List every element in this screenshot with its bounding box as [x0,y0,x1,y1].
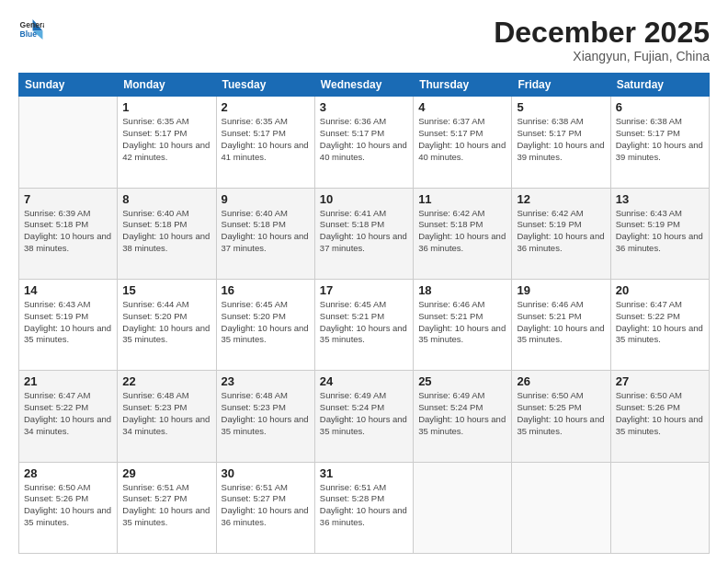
location-subtitle: Xiangyun, Fujian, China [494,49,710,63]
day-number: 25 [418,374,506,388]
day-number: 16 [222,283,310,297]
day-number: 23 [222,374,310,388]
cell-info: Sunrise: 6:46 AM Sunset: 5:21 PM Dayligh… [517,299,605,346]
day-number: 30 [222,466,310,480]
cell-info: Sunrise: 6:48 AM Sunset: 5:23 PM Dayligh… [122,390,210,437]
week-row-0: 1Sunrise: 6:35 AM Sunset: 5:17 PM Daylig… [19,97,710,188]
title-block: December 2025 Xiangyun, Fujian, China [494,17,710,63]
cell-info: Sunrise: 6:45 AM Sunset: 5:21 PM Dayligh… [320,299,408,346]
day-number: 2 [222,100,310,114]
cell-info: Sunrise: 6:50 AM Sunset: 5:25 PM Dayligh… [517,390,605,437]
cell-info: Sunrise: 6:51 AM Sunset: 5:27 PM Dayligh… [222,482,310,529]
day-number: 15 [122,283,210,297]
day-number: 29 [122,466,210,480]
day-number: 10 [320,192,408,206]
day-number: 3 [320,100,408,114]
cell-2-6: 20Sunrise: 6:47 AM Sunset: 5:22 PM Dayli… [610,279,709,370]
svg-text:Blue: Blue [20,29,38,39]
day-number: 1 [122,100,210,114]
cell-info: Sunrise: 6:51 AM Sunset: 5:28 PM Dayligh… [320,482,408,529]
cell-3-2: 23Sunrise: 6:48 AM Sunset: 5:23 PM Dayli… [216,371,314,462]
cell-2-4: 18Sunrise: 6:46 AM Sunset: 5:21 PM Dayli… [414,279,512,370]
day-number: 8 [122,192,210,206]
header: General Blue December 2025 Xiangyun, Fuj… [18,17,710,63]
cell-info: Sunrise: 6:45 AM Sunset: 5:20 PM Dayligh… [222,299,310,346]
cell-1-5: 12Sunrise: 6:42 AM Sunset: 5:19 PM Dayli… [512,188,610,279]
cell-3-0: 21Sunrise: 6:47 AM Sunset: 5:22 PM Dayli… [19,371,118,462]
cell-1-3: 10Sunrise: 6:41 AM Sunset: 5:18 PM Dayli… [314,188,413,279]
col-sunday: Sunday [19,74,118,97]
cell-1-2: 9Sunrise: 6:40 AM Sunset: 5:18 PM Daylig… [216,188,314,279]
cell-info: Sunrise: 6:47 AM Sunset: 5:22 PM Dayligh… [24,390,112,437]
day-number: 11 [418,192,506,206]
cell-2-5: 19Sunrise: 6:46 AM Sunset: 5:21 PM Dayli… [512,279,610,370]
cell-info: Sunrise: 6:41 AM Sunset: 5:18 PM Dayligh… [320,208,408,255]
cell-4-2: 30Sunrise: 6:51 AM Sunset: 5:27 PM Dayli… [216,462,314,553]
cell-0-6: 6Sunrise: 6:38 AM Sunset: 5:17 PM Daylig… [610,97,709,188]
day-number: 9 [222,192,310,206]
day-number: 6 [616,100,704,114]
week-row-2: 14Sunrise: 6:43 AM Sunset: 5:19 PM Dayli… [19,279,710,370]
cell-0-1: 1Sunrise: 6:35 AM Sunset: 5:17 PM Daylig… [118,97,216,188]
page: General Blue December 2025 Xiangyun, Fuj… [0,0,728,563]
cell-info: Sunrise: 6:49 AM Sunset: 5:24 PM Dayligh… [320,390,408,437]
calendar-table: Sunday Monday Tuesday Wednesday Thursday… [18,73,710,554]
day-number: 12 [517,192,605,206]
cell-4-6 [610,462,709,553]
cell-0-2: 2Sunrise: 6:35 AM Sunset: 5:17 PM Daylig… [216,97,314,188]
cell-0-5: 5Sunrise: 6:38 AM Sunset: 5:17 PM Daylig… [512,97,610,188]
cell-1-4: 11Sunrise: 6:42 AM Sunset: 5:18 PM Dayli… [414,188,512,279]
cell-info: Sunrise: 6:47 AM Sunset: 5:22 PM Dayligh… [616,299,704,346]
cell-info: Sunrise: 6:38 AM Sunset: 5:17 PM Dayligh… [517,116,605,163]
header-row: Sunday Monday Tuesday Wednesday Thursday… [19,74,710,97]
logo: General Blue [18,17,44,42]
cell-info: Sunrise: 6:43 AM Sunset: 5:19 PM Dayligh… [24,299,112,346]
cell-info: Sunrise: 6:51 AM Sunset: 5:27 PM Dayligh… [122,482,210,529]
logo-icon: General Blue [18,17,44,42]
day-number: 5 [517,100,605,114]
day-number: 20 [616,283,704,297]
cell-info: Sunrise: 6:38 AM Sunset: 5:17 PM Dayligh… [616,116,704,163]
cell-3-6: 27Sunrise: 6:50 AM Sunset: 5:26 PM Dayli… [610,371,709,462]
cell-info: Sunrise: 6:36 AM Sunset: 5:17 PM Dayligh… [320,116,408,163]
cell-info: Sunrise: 6:35 AM Sunset: 5:17 PM Dayligh… [222,116,310,163]
day-number: 21 [24,374,112,388]
day-number: 26 [517,374,605,388]
week-row-3: 21Sunrise: 6:47 AM Sunset: 5:22 PM Dayli… [19,371,710,462]
col-friday: Friday [512,74,610,97]
cell-3-3: 24Sunrise: 6:49 AM Sunset: 5:24 PM Dayli… [314,371,413,462]
day-number: 31 [320,466,408,480]
day-number: 14 [24,283,112,297]
cell-info: Sunrise: 6:44 AM Sunset: 5:20 PM Dayligh… [122,299,210,346]
cell-4-3: 31Sunrise: 6:51 AM Sunset: 5:28 PM Dayli… [314,462,413,553]
cell-info: Sunrise: 6:43 AM Sunset: 5:19 PM Dayligh… [616,208,704,255]
col-wednesday: Wednesday [314,74,413,97]
cell-info: Sunrise: 6:50 AM Sunset: 5:26 PM Dayligh… [616,390,704,437]
cell-info: Sunrise: 6:35 AM Sunset: 5:17 PM Dayligh… [122,116,210,163]
col-monday: Monday [118,74,216,97]
day-number: 28 [24,466,112,480]
cell-3-4: 25Sunrise: 6:49 AM Sunset: 5:24 PM Dayli… [414,371,512,462]
day-number: 7 [24,192,112,206]
week-row-1: 7Sunrise: 6:39 AM Sunset: 5:18 PM Daylig… [19,188,710,279]
cell-info: Sunrise: 6:49 AM Sunset: 5:24 PM Dayligh… [418,390,506,437]
cell-2-2: 16Sunrise: 6:45 AM Sunset: 5:20 PM Dayli… [216,279,314,370]
cell-info: Sunrise: 6:40 AM Sunset: 5:18 PM Dayligh… [222,208,310,255]
cell-1-0: 7Sunrise: 6:39 AM Sunset: 5:18 PM Daylig… [19,188,118,279]
cell-4-4 [414,462,512,553]
cell-0-4: 4Sunrise: 6:37 AM Sunset: 5:17 PM Daylig… [414,97,512,188]
col-tuesday: Tuesday [216,74,314,97]
cell-2-0: 14Sunrise: 6:43 AM Sunset: 5:19 PM Dayli… [19,279,118,370]
day-number: 22 [122,374,210,388]
day-number: 13 [616,192,704,206]
cell-1-1: 8Sunrise: 6:40 AM Sunset: 5:18 PM Daylig… [118,188,216,279]
cell-4-1: 29Sunrise: 6:51 AM Sunset: 5:27 PM Dayli… [118,462,216,553]
day-number: 19 [517,283,605,297]
cell-3-5: 26Sunrise: 6:50 AM Sunset: 5:25 PM Dayli… [512,371,610,462]
cell-2-3: 17Sunrise: 6:45 AM Sunset: 5:21 PM Dayli… [314,279,413,370]
cell-info: Sunrise: 6:46 AM Sunset: 5:21 PM Dayligh… [418,299,506,346]
cell-0-3: 3Sunrise: 6:36 AM Sunset: 5:17 PM Daylig… [314,97,413,188]
cell-info: Sunrise: 6:42 AM Sunset: 5:19 PM Dayligh… [517,208,605,255]
day-number: 17 [320,283,408,297]
day-number: 4 [418,100,506,114]
